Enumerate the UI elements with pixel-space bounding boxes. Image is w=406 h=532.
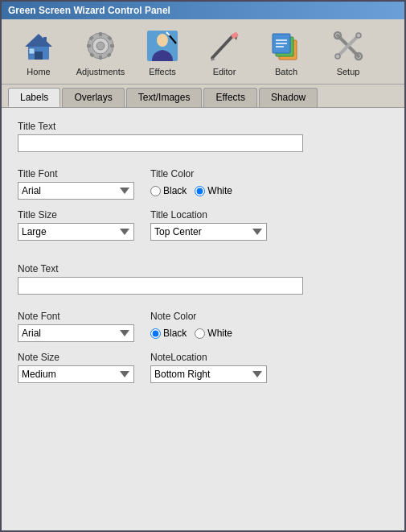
note-color-label: Note Color bbox=[150, 311, 232, 322]
tab-shadow[interactable]: Shadow bbox=[259, 88, 318, 107]
toolbar: Home Adjustment bbox=[2, 19, 404, 85]
svg-rect-9 bbox=[87, 44, 91, 47]
svg-rect-7 bbox=[99, 32, 102, 36]
title-color-black-label[interactable]: Black bbox=[150, 185, 187, 196]
svg-point-34 bbox=[356, 33, 361, 38]
title-color-white-text: White bbox=[207, 185, 232, 196]
note-font-color-row: Note Font Arial Times New Roman Verdana … bbox=[18, 311, 388, 342]
home-label: Home bbox=[27, 67, 50, 76]
note-text-section: Note Text bbox=[18, 263, 388, 295]
svg-point-15 bbox=[96, 42, 105, 50]
adjustments-icon-area bbox=[81, 27, 120, 65]
tab-text-images[interactable]: Text/Images bbox=[126, 88, 203, 107]
note-size-label: Note Size bbox=[18, 352, 134, 363]
note-text-label: Note Text bbox=[18, 263, 388, 274]
labels-panel: Title Text Title Font Arial Times New Ro… bbox=[2, 108, 404, 530]
title-location-label: Title Location bbox=[150, 209, 267, 221]
adjustments-icon bbox=[84, 29, 117, 63]
title-color-white-radio[interactable] bbox=[195, 186, 205, 196]
note-text-input[interactable] bbox=[18, 277, 303, 295]
note-size-location-row: Note Size Small Medium Large Extra Large… bbox=[18, 352, 388, 383]
note-font-label: Note Font bbox=[18, 311, 134, 322]
batch-icon-area bbox=[267, 27, 306, 65]
title-font-select[interactable]: Arial Times New Roman Verdana Georgia bbox=[18, 182, 134, 200]
toolbar-adjustments[interactable]: Adjustments bbox=[72, 23, 129, 80]
batch-icon bbox=[269, 29, 303, 63]
tab-overlays[interactable]: Overlays bbox=[62, 88, 124, 107]
title-size-select[interactable]: Small Medium Large Extra Large bbox=[18, 223, 134, 241]
svg-rect-4 bbox=[43, 37, 47, 43]
editor-icon bbox=[207, 29, 241, 63]
toolbar-batch[interactable]: Batch bbox=[257, 23, 315, 80]
svg-rect-10 bbox=[110, 44, 114, 47]
note-font-group: Note Font Arial Times New Roman Verdana … bbox=[18, 311, 134, 342]
svg-line-20 bbox=[212, 35, 233, 58]
title-size-label: Title Size bbox=[18, 209, 134, 221]
note-color-black-radio[interactable] bbox=[150, 328, 161, 339]
note-color-white-text: White bbox=[207, 328, 232, 339]
title-font-color-row: Title Font Arial Times New Roman Verdana… bbox=[18, 168, 388, 200]
title-color-radio-group: Black White bbox=[150, 185, 232, 196]
note-color-white-radio[interactable] bbox=[195, 328, 205, 339]
adjustments-label: Adjustments bbox=[76, 67, 125, 76]
tab-labels[interactable]: Labels bbox=[8, 88, 60, 107]
window-title: Green Screen Wizard Control Panel bbox=[8, 5, 170, 16]
svg-point-17 bbox=[157, 34, 168, 47]
title-text-input[interactable] bbox=[18, 134, 303, 152]
note-location-group: NoteLocation Top Left Top Center Top Rig… bbox=[150, 352, 267, 383]
effects-icon bbox=[146, 29, 179, 63]
tab-effects[interactable]: Effects bbox=[203, 88, 256, 107]
toolbar-home[interactable]: Home bbox=[10, 23, 68, 80]
title-color-label: Title Color bbox=[150, 168, 232, 179]
content-area: Labels Overlays Text/Images Effects Shad… bbox=[2, 85, 404, 530]
setup-icon-area bbox=[329, 27, 367, 65]
title-text-section: Title Text bbox=[18, 121, 388, 152]
svg-point-35 bbox=[335, 54, 340, 59]
svg-rect-8 bbox=[99, 56, 102, 60]
effects-icon-area bbox=[143, 27, 182, 65]
note-size-group: Note Size Small Medium Large Extra Large bbox=[18, 352, 134, 383]
title-font-label: Title Font bbox=[18, 168, 134, 179]
main-window: Green Screen Wizard Control Panel H bbox=[0, 0, 406, 532]
separator bbox=[18, 250, 388, 263]
note-location-label: NoteLocation bbox=[150, 352, 267, 363]
setup-label: Setup bbox=[337, 67, 360, 76]
editor-icon-area bbox=[205, 27, 244, 65]
title-color-group: Title Color Black White bbox=[150, 168, 232, 200]
title-bar: Green Screen Wizard Control Panel bbox=[2, 2, 404, 19]
note-font-select[interactable]: Arial Times New Roman Verdana Georgia bbox=[18, 324, 134, 342]
svg-rect-2 bbox=[35, 52, 43, 60]
svg-rect-3 bbox=[29, 48, 35, 54]
note-color-black-text: Black bbox=[163, 328, 187, 339]
toolbar-effects[interactable]: Effects bbox=[133, 23, 191, 80]
toolbar-editor[interactable]: Editor bbox=[195, 23, 253, 80]
title-size-group: Title Size Small Medium Large Extra Larg… bbox=[18, 209, 134, 241]
note-size-select[interactable]: Small Medium Large Extra Large bbox=[18, 365, 134, 383]
home-icon bbox=[22, 29, 55, 63]
title-location-group: Title Location Top Left Top Center Top R… bbox=[150, 209, 267, 241]
toolbar-setup[interactable]: Setup bbox=[319, 23, 377, 80]
effects-label: Effects bbox=[149, 67, 175, 76]
note-color-black-label[interactable]: Black bbox=[150, 328, 187, 339]
svg-marker-1 bbox=[25, 34, 52, 47]
title-color-black-radio[interactable] bbox=[150, 186, 161, 196]
editor-label: Editor bbox=[213, 67, 236, 76]
title-color-white-label[interactable]: White bbox=[195, 185, 232, 196]
title-color-black-text: Black bbox=[163, 185, 187, 196]
tab-bar: Labels Overlays Text/Images Effects Shad… bbox=[2, 85, 404, 108]
title-location-select[interactable]: Top Left Top Center Top Right Bottom Lef… bbox=[150, 223, 267, 241]
note-color-white-label[interactable]: White bbox=[195, 328, 232, 339]
title-text-label: Title Text bbox=[18, 121, 388, 132]
batch-label: Batch bbox=[275, 67, 297, 76]
note-color-radio-group: Black White bbox=[150, 328, 232, 339]
home-icon-area bbox=[19, 27, 58, 65]
setup-icon bbox=[331, 29, 365, 63]
note-location-select[interactable]: Top Left Top Center Top Right Bottom Lef… bbox=[150, 365, 267, 383]
title-size-location-row: Title Size Small Medium Large Extra Larg… bbox=[18, 209, 388, 241]
title-font-group: Title Font Arial Times New Roman Verdana… bbox=[18, 168, 134, 200]
note-color-group: Note Color Black White bbox=[150, 311, 232, 342]
